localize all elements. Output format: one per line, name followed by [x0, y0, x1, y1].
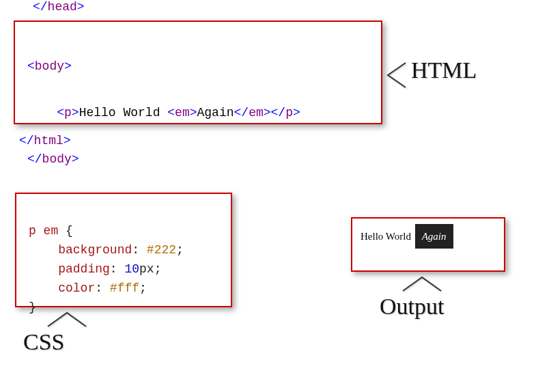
html-code-box: <body> <p>Hello World <em>Again</em></p>… — [14, 20, 382, 124]
css-selector: p em — [29, 224, 58, 238]
output-highlighted-text: Again — [415, 224, 453, 249]
css-val-color: #fff — [110, 281, 139, 295]
css-label: CSS — [23, 329, 65, 355]
html-code: <body> <p>Hello World <em>Again</em></p>… — [15, 22, 381, 180]
css-val-background: #222 — [147, 243, 176, 257]
html-line-body-close: </body> — [27, 152, 79, 166]
p-text-hello: Hello World — [79, 106, 168, 120]
output-caret-icon — [401, 275, 442, 296]
output-label: Output — [380, 294, 444, 320]
html-line-body-open: <body> — [27, 59, 72, 73]
css-prop-background: background — [58, 243, 132, 257]
css-caret-icon — [46, 310, 87, 331]
css-val-padding-num: 10 — [124, 262, 139, 276]
output-plain-text: Hello World — [361, 231, 414, 242]
html-line-p: <p>Hello World <em>Again</em></p> — [57, 106, 300, 120]
stray-head-close: </head> — [33, 0, 85, 14]
em-text-again: Again — [197, 106, 234, 120]
html-caret-icon — [385, 61, 408, 92]
css-code: p em { background: #222; padding: 10px; … — [16, 194, 231, 325]
output-rendered: Hello World Again — [352, 219, 504, 257]
css-code-box: p em { background: #222; padding: 10px; … — [15, 193, 232, 307]
css-prop-color: color — [58, 281, 95, 295]
css-prop-padding: padding — [58, 262, 110, 276]
output-box: Hello World Again — [351, 217, 505, 272]
stray-html-close: </html> — [19, 134, 71, 148]
html-label: HTML — [411, 57, 477, 83]
